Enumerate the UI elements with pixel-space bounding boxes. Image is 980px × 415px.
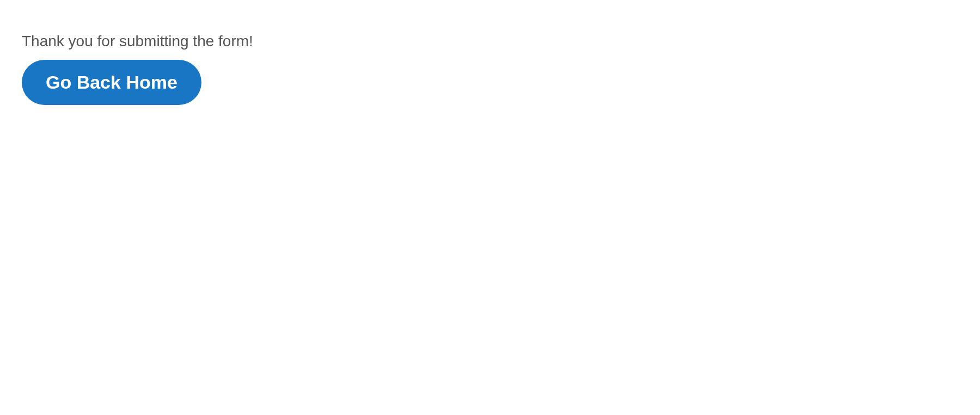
go-back-home-button[interactable]: Go Back Home <box>22 60 201 105</box>
confirmation-message: Thank you for submitting the form! <box>22 33 958 50</box>
